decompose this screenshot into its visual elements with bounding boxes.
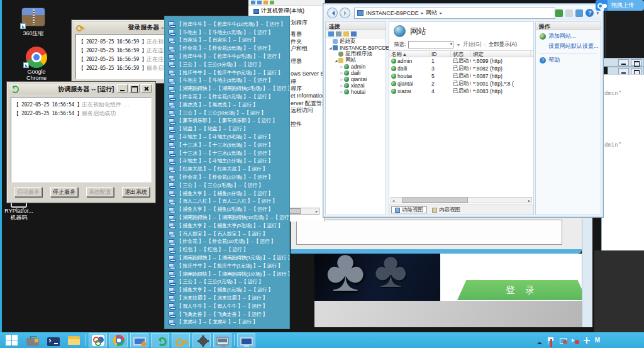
tree-item-daili[interactable]: ▷daili: [326, 70, 386, 76]
toolbar-icon[interactable]: [270, 1, 274, 4]
home-icon[interactable]: [575, 9, 583, 17]
taskbar-button-login-key[interactable]: [172, 333, 190, 347]
game-list-item[interactable]: 【 黑杰克 】--【 黑杰克 】--【 运行 】: [165, 101, 289, 109]
game-list-item[interactable]: 【 十三水 】--【 十三水(5元场) 】--【 运行 】: [165, 141, 289, 149]
column-header-ID[interactable]: ID: [430, 51, 451, 57]
forward-button[interactable]: [340, 8, 350, 18]
game-list-item[interactable]: 【 三公 】--【 三公(1元场) 】--【 运行 】: [165, 278, 289, 286]
tree-item-fragment[interactable]: 户和组: [291, 45, 308, 53]
network-icon[interactable]: [559, 337, 567, 344]
table-row[interactable]: xiazai4已启动 (ht...*:8083 (http): [389, 87, 533, 95]
desktop-icon-chrome[interactable]: Google Chrome: [13, 47, 60, 81]
tree-item-[interactable]: ◢网站: [326, 57, 386, 64]
ime-m-icon[interactable]: M: [595, 337, 600, 344]
game-list-item[interactable]: 【 捕鱼大亨 】--【 捕鱼(1分场) 】--【 运行 】: [165, 189, 289, 198]
back-button[interactable]: [327, 8, 338, 18]
game-list-item[interactable]: 【 斗地主 】--【 斗地主(5毛场) 】--【 运行 】: [165, 133, 289, 141]
close-button[interactable]: [141, 84, 152, 93]
game-list-item[interactable]: 【 三公 】--【 三公(1毛场) 】--【 运行 】: [165, 181, 289, 189]
game-list-item[interactable]: 【 湖南跑得快 】--【 湖南跑得快(2毛场) 】--【 运行 】: [165, 84, 289, 93]
tree-item-fragment[interactable]: 划程序: [291, 19, 308, 27]
maximize-button[interactable]: [631, 59, 641, 66]
maximize-button[interactable]: [631, 68, 641, 75]
scrollbar-thumb[interactable]: [402, 198, 468, 203]
taskbar-button-file-explorer[interactable]: [65, 333, 83, 347]
breadcrumb[interactable]: INSTANCE-B9PCDE ▸ 网站 ▸: [354, 8, 556, 19]
tree-expander-icon[interactable]: ▷: [340, 71, 344, 75]
game-list-item[interactable]: 【 红黑大战 】--【 红黑大战 】--【 运行 】: [165, 165, 289, 173]
game-list-item[interactable]: 【 捕鱼大亨 】--【 捕鱼(1毛场) 】--【 运行 】: [165, 205, 289, 213]
minimize-button[interactable]: [117, 84, 128, 93]
webpage-login-button[interactable]: 登 录: [457, 280, 587, 300]
game-list-item[interactable]: 【 抢庄牛牛 】--【 抢庄牛牛(1元场) 】--【 运行 】: [165, 262, 289, 270]
tree-item-xiazai[interactable]: ▷xiazai: [326, 82, 386, 89]
desktop-icon-360zip[interactable]: 360压缩: [9, 8, 57, 38]
folder-icon[interactable]: [343, 31, 349, 36]
game-list-item[interactable]: 【 龙虎斗 】--【 龙虎斗 】--【 运行 】: [165, 318, 289, 326]
maximize-button[interactable]: [129, 84, 140, 93]
table-row[interactable]: admin1已启动 (ht...*:8099 (http): [389, 57, 533, 65]
chevron-down-icon[interactable]: ▾: [596, 11, 599, 16]
toolbar-icon[interactable]: [257, 1, 262, 4]
game-list-item[interactable]: 【 炸金花 】--【 炸金花(1元场) 】--【 运行 】: [165, 93, 289, 101]
service-button-disabled[interactable]: 启动服务: [14, 187, 42, 197]
stop-icon[interactable]: [565, 9, 573, 17]
go-button[interactable]: 开始(G): [463, 41, 481, 48]
save-icon[interactable]: [336, 31, 341, 36]
help-link[interactable]: ? 帮助: [536, 54, 601, 64]
tree-expander-icon[interactable]: ▷: [340, 84, 344, 87]
show-all-button[interactable]: 全部显示(A): [488, 41, 516, 48]
table-row[interactable]: daili3已启动 (ht...*:8082 (http): [389, 65, 533, 72]
game-list-item[interactable]: 【 斗地主 】--【 斗地主(1分场) 】--【 运行 】: [165, 157, 289, 166]
column-header-状态[interactable]: 状态: [451, 51, 471, 57]
taskbar-button-powershell[interactable]: [44, 333, 62, 347]
game-list-item[interactable]: 【 豪车俱乐部 】--【 豪车俱乐部 】--【 运行 】: [165, 117, 289, 125]
game-list-item[interactable]: 【 水果拉霸 】--【 水果拉霸 】--【 运行 】: [165, 294, 289, 302]
help-icon[interactable]: ?: [586, 9, 594, 17]
drag-upload-badge[interactable]: 拖拽上传: [596, 0, 644, 11]
tree-item-admin[interactable]: ▷admin: [326, 64, 386, 70]
game-list-item[interactable]: 【 红包 】--【 红包 】--【 运行 】: [165, 245, 289, 254]
tree-item-[interactable]: 起始页: [326, 38, 386, 45]
taskbar-button-server-manager[interactable]: [23, 333, 42, 347]
service-button-disabled[interactable]: 系统配置: [86, 187, 114, 197]
table-row[interactable]: houtai5已启动 (ht...*:8087 (http): [389, 72, 533, 80]
tree-item-houtai[interactable]: ▷houtai: [326, 89, 386, 95]
game-list-item[interactable]: 【 捕鱼大亨 】--【 捕鱼(1元场) 】--【 运行 】: [165, 286, 289, 294]
tree-expander-icon[interactable]: ▷: [340, 77, 344, 81]
service-button[interactable]: 停止服务: [50, 187, 78, 197]
game-list-item[interactable]: 【 百家乐 】--【 百家乐 】--【 运行 】: [165, 36, 289, 45]
taskbar-button-app-360[interactable]: [89, 333, 107, 347]
game-list-item[interactable]: 【 炸金花 】--【 炸金花(1分场) 】--【 运行 】: [165, 173, 289, 181]
column-header-名称[interactable]: 名称 ▴: [389, 51, 430, 57]
toolbar-icon[interactable]: [264, 1, 268, 4]
taskbar-button-start[interactable]: [3, 333, 21, 347]
tree-item-fragment[interactable]: 控件: [291, 120, 302, 128]
service-button[interactable]: 退出系统: [122, 187, 150, 197]
tree-item-fragment[interactable]: 理器: [291, 57, 302, 65]
game-list-item[interactable]: 【 十三水 】--【 十三水(1元场) 】--【 运行 】: [165, 149, 289, 157]
breadcrumb-segment[interactable]: INSTANCE-B9PCDE: [366, 10, 419, 16]
sites-table-header[interactable]: 名称 ▴ID状态绑定: [389, 50, 533, 57]
game-list-item[interactable]: 【 斗地主 】--【 斗地主(1元场) 】--【 运行 】: [165, 28, 289, 36]
tree-expander-icon[interactable]: ▷: [340, 90, 344, 94]
game-list-item[interactable]: 【 斗地主 】--【 斗地主(5元场) 】--【 运行 】: [165, 77, 289, 85]
hidden-icons-arrow-icon[interactable]: [535, 337, 543, 344]
game-list-item[interactable]: 【 三公 】--【 三公(10元场) 】--【 运行 】: [165, 109, 289, 117]
horizontal-scrollbar[interactable]: ◂ ▸: [391, 197, 532, 203]
server-icon[interactable]: [351, 31, 357, 36]
minimize-button[interactable]: [618, 59, 629, 66]
game-list-item[interactable]: 【 三公 】--【 三公(1分场) 】--【 运行 】: [165, 60, 289, 69]
minimize-button[interactable]: [618, 68, 629, 75]
add-website-link[interactable]: 添加网站...: [536, 30, 601, 40]
set-website-defaults-link[interactable]: 设置网站默认设置...: [536, 40, 601, 50]
table-row[interactable]: qiantai2已启动 (ht...*:9001 (http),*:8 (: [389, 80, 533, 87]
scroll-right-arrow-icon[interactable]: ▸: [527, 198, 531, 203]
scroll-right-arrow-icon[interactable]: ▸: [314, 209, 319, 213]
tree-expander-icon[interactable]: ▷: [340, 65, 344, 69]
tree-item-fragment[interactable]: 远程访问: [291, 106, 313, 115]
taskbar-button-settings-gear[interactable]: [192, 333, 211, 347]
column-header-绑定[interactable]: 绑定: [471, 51, 531, 57]
game-list-item[interactable]: 【 炸金花 】--【 炸金花(10元场) 】--【 运行 】: [165, 238, 289, 246]
game-list-item[interactable]: 【 百人牛牛 】--【 百人牛牛 】--【 运行 】: [165, 302, 289, 310]
